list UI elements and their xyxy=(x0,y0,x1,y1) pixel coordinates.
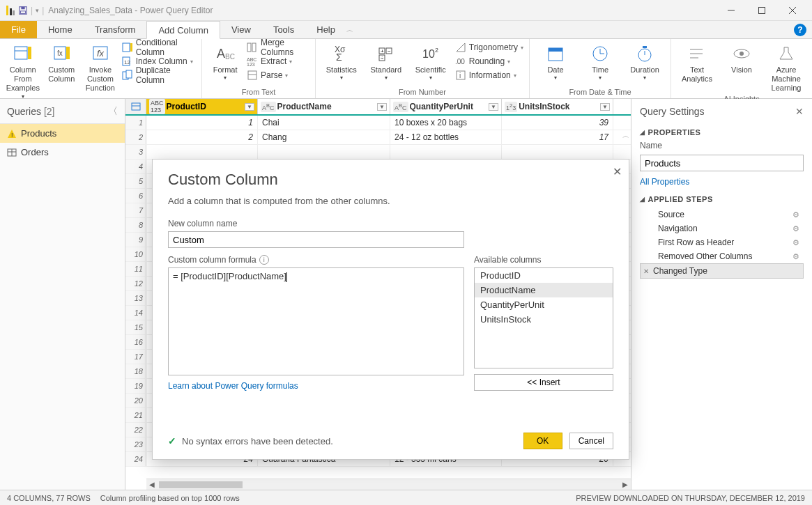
table-icon-corner[interactable] xyxy=(125,99,146,114)
query-settings-header: Query Settings ✕ xyxy=(631,99,812,124)
status-columns-rows: 4 COLUMNS, 77 ROWS xyxy=(7,494,91,502)
available-columns-list[interactable]: ProductIDProductNameQuantityPerUnitUnits… xyxy=(474,267,613,368)
rounding-button[interactable]: .00Rounding ▾ xyxy=(455,54,523,68)
svg-text:+: + xyxy=(381,48,384,54)
column-header-productid[interactable]: ABC123ProductID▼ xyxy=(146,99,258,114)
conditional-column-button[interactable]: Conditional Column xyxy=(122,40,197,54)
tab-home[interactable]: Home xyxy=(37,21,84,38)
duration-button[interactable]: Duration▾ xyxy=(625,40,665,81)
scroll-up-icon[interactable]: ︿ xyxy=(621,131,631,141)
svg-text:12: 12 xyxy=(124,59,130,65)
extract-icon: ABC123 xyxy=(247,56,258,67)
query-settings-panel: Query Settings ✕ ◢PROPERTIES Name All Pr… xyxy=(631,99,812,490)
gear-icon[interactable]: ⚙ xyxy=(792,210,799,219)
horizontal-scrollbar[interactable]: ◀▶ xyxy=(146,479,631,490)
applied-steps-section[interactable]: ◢APPLIED STEPS xyxy=(640,195,804,203)
svg-text:fx: fx xyxy=(97,48,105,59)
gear-icon[interactable]: ⚙ xyxy=(792,224,799,233)
tab-transform[interactable]: Transform xyxy=(84,21,147,38)
table-row[interactable]: 3 xyxy=(125,145,631,160)
svg-text:A: A xyxy=(217,47,225,61)
applied-step[interactable]: Removed Other Columns⚙ xyxy=(640,249,804,263)
learn-formulas-link[interactable]: Learn about Power Query formulas xyxy=(168,381,298,391)
invoke-custom-function-button[interactable]: fx Invoke Custom Function xyxy=(83,40,118,93)
parse-button[interactable]: Parse ▾ xyxy=(247,68,309,82)
standard-icon: +−÷ xyxy=(376,43,397,64)
statistics-button[interactable]: XσΣStatistics▾ xyxy=(321,40,362,81)
applied-step[interactable]: Changed Type xyxy=(640,263,804,279)
svg-text:BC: BC xyxy=(225,53,235,61)
new-column-name-input[interactable] xyxy=(168,231,464,248)
table-row[interactable]: 2 2 Chang 24 - 12 oz bottles 17 xyxy=(125,130,631,145)
custom-column-formula-input[interactable]: = [ProductID][ProductName] xyxy=(168,267,464,375)
svg-text:−: − xyxy=(388,48,391,54)
filter-dropdown-icon[interactable]: ▼ xyxy=(377,103,387,111)
available-column-item[interactable]: ProductID xyxy=(475,268,613,283)
available-column-item[interactable]: ProductName xyxy=(475,283,613,297)
svg-text:i: i xyxy=(459,72,461,79)
applied-step[interactable]: First Row as Header⚙ xyxy=(640,235,804,249)
column-from-examples-button[interactable]: Column From Examples▾ xyxy=(6,40,40,100)
ok-button[interactable]: OK xyxy=(523,433,562,449)
table-row[interactable]: 1 1 Chai 10 boxes x 20 bags 39 xyxy=(125,116,631,130)
tab-file[interactable]: File xyxy=(0,21,37,38)
all-properties-link[interactable]: All Properties xyxy=(640,177,804,187)
properties-section[interactable]: ◢PROPERTIES xyxy=(640,128,804,137)
standard-button[interactable]: +−÷Standard▾ xyxy=(366,40,406,81)
filter-dropdown-icon[interactable]: ▼ xyxy=(489,103,498,111)
format-button[interactable]: ABC Format▾ xyxy=(208,40,243,81)
maximize-button[interactable] xyxy=(746,1,777,20)
svg-text:2: 2 xyxy=(435,47,438,54)
tab-tools[interactable]: Tools xyxy=(262,21,305,38)
cancel-button[interactable]: Cancel xyxy=(569,433,613,449)
collapse-queries-icon[interactable]: 〈 xyxy=(108,105,118,118)
merge-columns-button[interactable]: Merge Columns xyxy=(247,40,309,54)
name-label: Name xyxy=(640,141,804,150)
conditional-icon xyxy=(122,42,133,53)
scientific-button[interactable]: 102Scientific▾ xyxy=(411,40,451,81)
tab-view[interactable]: View xyxy=(220,21,262,38)
tab-add-column[interactable]: Add Column xyxy=(146,21,220,39)
query-name-input[interactable] xyxy=(640,155,804,171)
custom-column-button[interactable]: fx Custom Column xyxy=(45,40,79,84)
applied-step[interactable]: Source⚙ xyxy=(640,208,804,222)
gear-icon[interactable]: ⚙ xyxy=(792,238,799,247)
available-column-item[interactable]: UnitsInStock xyxy=(475,312,613,327)
available-column-item[interactable]: QuantityPerUnit xyxy=(475,297,613,312)
column-header-unitsinstock[interactable]: 123UnitsInStock▼ xyxy=(502,99,613,114)
vision-button[interactable]: Vision xyxy=(721,40,762,75)
trigonometry-button[interactable]: Trigonometry ▾ xyxy=(455,40,523,54)
collapse-ribbon-icon[interactable]: ︿ xyxy=(346,25,353,35)
gear-icon[interactable]: ⚙ xyxy=(792,252,799,261)
filter-dropdown-icon[interactable]: ▼ xyxy=(245,103,254,111)
text-analytics-button[interactable]: Text Analytics xyxy=(677,40,717,84)
time-button[interactable]: Time▾ xyxy=(580,40,620,81)
svg-text:123: 123 xyxy=(247,62,255,67)
query-item-products[interactable]: ! Products xyxy=(0,124,125,143)
custom-column-icon: fx xyxy=(51,43,72,64)
tab-help[interactable]: Help xyxy=(305,21,346,38)
dialog-close-icon[interactable]: ✕ xyxy=(613,165,622,178)
date-button[interactable]: Date▾ xyxy=(535,40,576,81)
help-icon[interactable]: ? xyxy=(794,24,806,36)
merge-icon xyxy=(247,42,258,53)
info-icon[interactable]: i xyxy=(259,255,269,265)
extract-button[interactable]: ABC123Extract ▾ xyxy=(247,54,309,68)
app-icon xyxy=(4,5,15,16)
information-button[interactable]: iInformation ▾ xyxy=(455,68,523,82)
minimize-button[interactable] xyxy=(716,1,746,20)
formula-label: Custom column formula i xyxy=(168,255,464,265)
applied-step[interactable]: Navigation⚙ xyxy=(640,222,804,235)
query-item-orders[interactable]: Orders xyxy=(0,143,125,162)
group-label-fromnumber: From Number xyxy=(321,86,523,98)
filter-dropdown-icon[interactable]: ▼ xyxy=(600,103,610,111)
save-icon[interactable] xyxy=(18,6,28,15)
column-header-productname[interactable]: ABCProductName▼ xyxy=(258,99,390,114)
duplicate-column-button[interactable]: Duplicate Column xyxy=(122,68,197,82)
close-settings-icon[interactable]: ✕ xyxy=(795,106,804,117)
column-header-quantityperunit[interactable]: ABCQuantityPerUnit▼ xyxy=(390,99,502,114)
close-button[interactable] xyxy=(777,1,808,20)
azure-ml-button[interactable]: Azure Machine Learning xyxy=(766,40,806,93)
insert-button[interactable]: << Insert xyxy=(474,374,613,391)
qat-dropdown[interactable]: ▾ xyxy=(36,7,39,14)
